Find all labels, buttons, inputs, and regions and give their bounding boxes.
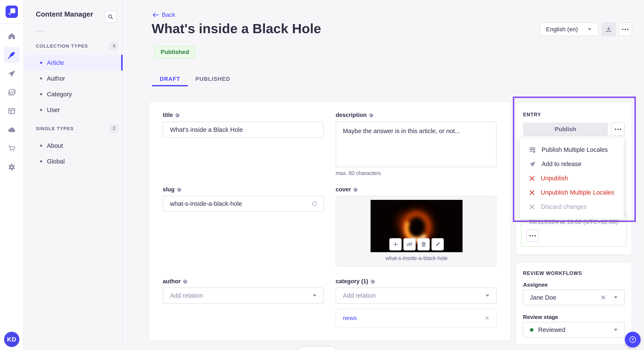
regenerate-slug-button[interactable] (311, 196, 318, 211)
download-button[interactable] (602, 22, 616, 36)
logo-container (0, 0, 24, 24)
home-icon (4, 28, 20, 44)
cover-action-buttons (389, 238, 444, 250)
main-nav-rail: KD (0, 0, 24, 350)
more-dots-icon (619, 23, 632, 36)
back-label: Back (162, 11, 175, 18)
globe-icon (353, 187, 358, 192)
cloud-icon (4, 122, 20, 138)
nav-content-manager[interactable] (0, 45, 24, 64)
title-input-value: What's inside a Black Hole (170, 126, 243, 133)
tab-draft[interactable]: DRAFT (152, 71, 188, 86)
menu-item-add-to-release[interactable]: Add to release (520, 157, 624, 171)
trash-icon (420, 241, 426, 247)
divider (36, 31, 45, 32)
rail-nav (0, 27, 24, 176)
menu-item-label: Unpublish Multiple Locales (541, 189, 614, 196)
link-icon (406, 241, 412, 247)
chevron-down-icon (613, 328, 618, 331)
sidebar-item-label: Article (47, 59, 64, 66)
nav-content-type-builder[interactable] (0, 102, 24, 120)
sidebar-title: Content Manager (36, 10, 93, 18)
nav-cloud[interactable] (0, 120, 24, 139)
relation-placeholder: Add relation (170, 292, 203, 299)
release-more-button[interactable] (526, 230, 539, 242)
review-stage-select[interactable]: Reviewed (523, 322, 625, 338)
menu-item-discard-changes[interactable]: Discard changes (520, 200, 624, 214)
sidebar-item-category[interactable]: Category (24, 86, 123, 102)
sidebar-item-label: Global (47, 158, 65, 165)
more-dots-icon (612, 123, 624, 136)
marketplace-cart-icon (4, 141, 20, 156)
media-library-icon (4, 84, 20, 100)
author-relation-select[interactable]: Add relation (163, 288, 324, 304)
svg-text:?: ? (632, 338, 634, 342)
remove-relation-button[interactable] (485, 316, 490, 321)
edit-media-button[interactable] (432, 238, 444, 250)
menu-item-unpublish-multiple-locales[interactable]: Unpublish Multiple Locales (520, 185, 624, 200)
publish-options-menu: Publish Multiple Locales Add to release … (520, 138, 624, 219)
user-avatar[interactable]: KD (4, 332, 20, 347)
delete-media-button[interactable] (418, 238, 430, 250)
help-button[interactable]: ? (625, 332, 640, 348)
menu-item-label: Discard changes (541, 203, 587, 210)
search-icon (108, 14, 114, 20)
slug-field-label: slug (163, 186, 324, 193)
sidebar-item-author[interactable]: Author (24, 71, 123, 86)
globe-icon (175, 113, 180, 118)
sidebar-item-user[interactable]: User (24, 102, 123, 118)
locale-select[interactable]: English (en) (540, 22, 598, 36)
category-field-label: category (1) (336, 278, 497, 285)
header-more-button[interactable] (618, 22, 632, 36)
sidebar-item-label: About (47, 142, 63, 149)
chevron-down-icon (485, 294, 490, 297)
strapi-logo[interactable] (6, 5, 18, 18)
nav-marketplace[interactable] (0, 139, 24, 158)
field-label-text: cover (336, 186, 351, 193)
publish-button[interactable]: Publish (523, 123, 608, 136)
sidebar-item-about[interactable]: About (24, 138, 123, 154)
status-badge: Published (154, 46, 195, 58)
close-icon (600, 295, 606, 300)
category-relation-select[interactable]: Add relation (336, 288, 497, 304)
sidebar-item-label: User (47, 107, 60, 114)
description-value: Maybe the answer is in this article, or … (343, 128, 460, 135)
menu-item-unpublish[interactable]: Unpublish (520, 171, 624, 185)
strapi-logo-glyph (6, 5, 18, 18)
copy-link-button[interactable] (403, 238, 416, 250)
globe-icon (369, 113, 374, 118)
search-button[interactable] (104, 11, 117, 23)
back-link[interactable]: Back (152, 11, 175, 18)
app-window: KD Content Manager COLLECTION TYPES 4 Ar… (0, 0, 644, 350)
clear-assignee-button[interactable] (600, 295, 606, 300)
title-input[interactable]: What's inside a Black Hole (163, 122, 324, 138)
bullet-icon (40, 109, 42, 111)
review-stage-label: Review stage (523, 314, 558, 321)
nav-settings[interactable] (0, 158, 24, 176)
bullet-icon (40, 93, 42, 95)
add-media-button[interactable] (389, 238, 402, 250)
chevron-down-icon (613, 296, 618, 299)
download-icon (606, 26, 612, 32)
count-badge: 4 (110, 42, 118, 50)
nav-media-library[interactable] (0, 83, 24, 102)
assignee-label: Assignee (523, 282, 548, 288)
nav-home[interactable] (0, 27, 24, 45)
entry-more-button[interactable] (611, 123, 625, 136)
entry-form-card: title What's inside a Black Hole descrip… (149, 102, 510, 341)
assignee-select[interactable]: Jane Doe (523, 290, 625, 305)
slug-input[interactable]: what-s-inside-a-black-hole (163, 196, 324, 212)
nav-releases[interactable] (0, 64, 24, 83)
chevron-down-icon (312, 294, 317, 297)
cover-filename: what-s-inside-a-black-hole (336, 255, 497, 261)
tab-published[interactable]: PUBLISHED (188, 71, 238, 86)
cover-field-label: cover (336, 186, 497, 193)
sidebar-item-article[interactable]: Article (24, 55, 123, 71)
sidebar-item-global[interactable]: Global (24, 154, 123, 169)
menu-item-publish-multiple-locales[interactable]: Publish Multiple Locales (520, 143, 624, 157)
relation-link-news[interactable]: news (343, 315, 357, 322)
chevron-down-icon (587, 28, 592, 31)
description-textarea[interactable]: Maybe the answer is in this article, or … (336, 122, 497, 167)
review-workflows-card: REVIEW WORKFLOWS Assignee Jane Doe Revie… (516, 263, 632, 345)
cross-icon (529, 204, 535, 210)
